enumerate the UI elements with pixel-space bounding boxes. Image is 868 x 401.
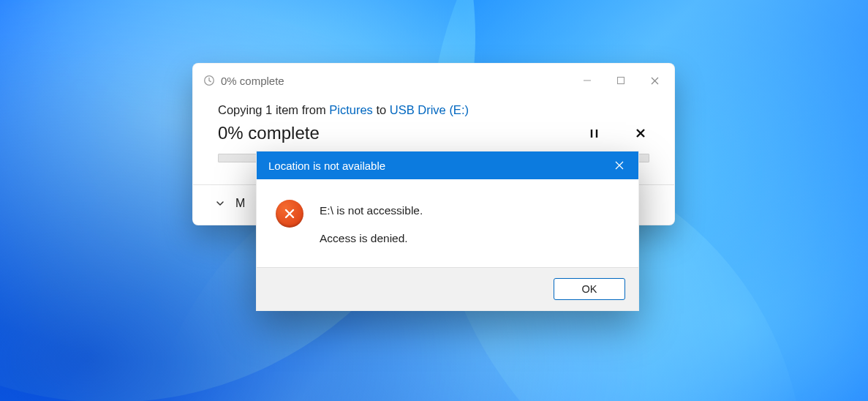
close-button[interactable] bbox=[638, 70, 671, 91]
error-titlebar[interactable]: Location is not available bbox=[257, 151, 638, 179]
source-link[interactable]: Pictures bbox=[329, 103, 373, 116]
destination-link[interactable]: USB Drive (E:) bbox=[390, 103, 469, 116]
window-controls bbox=[570, 70, 671, 91]
copy-sentence-prefix: Copying 1 item from bbox=[218, 103, 329, 116]
cancel-button[interactable] bbox=[632, 124, 649, 142]
copy-sentence-mid: to bbox=[373, 103, 390, 116]
svg-rect-1 bbox=[618, 78, 624, 84]
titlebar[interactable]: 0% complete bbox=[193, 64, 674, 94]
error-body: E:\ is not accessible. Access is denied. bbox=[257, 179, 638, 267]
minimize-button[interactable] bbox=[570, 70, 604, 91]
close-button[interactable] bbox=[605, 151, 634, 179]
error-line-2: Access is denied. bbox=[320, 232, 423, 245]
pause-button[interactable] bbox=[585, 124, 603, 142]
copy-headline-row: 0% complete bbox=[218, 123, 649, 143]
chevron-down-icon bbox=[212, 195, 228, 211]
window-title: 0% complete bbox=[221, 75, 565, 87]
error-line-1: E:\ is not accessible. bbox=[320, 204, 423, 217]
copy-description: Copying 1 item from Pictures to USB Driv… bbox=[218, 103, 649, 117]
progress-headline: 0% complete bbox=[218, 123, 320, 143]
error-message: E:\ is not accessible. Access is denied. bbox=[320, 200, 423, 245]
clock-icon bbox=[203, 75, 215, 86]
maximize-button[interactable] bbox=[604, 70, 638, 91]
more-details-label: M bbox=[235, 197, 245, 210]
error-title: Location is not available bbox=[268, 160, 605, 172]
error-icon bbox=[276, 200, 303, 228]
error-footer: OK bbox=[257, 267, 638, 310]
headline-controls bbox=[585, 124, 649, 142]
error-dialog: Location is not available E:\ is not acc… bbox=[256, 151, 639, 311]
ok-button[interactable]: OK bbox=[554, 278, 625, 300]
